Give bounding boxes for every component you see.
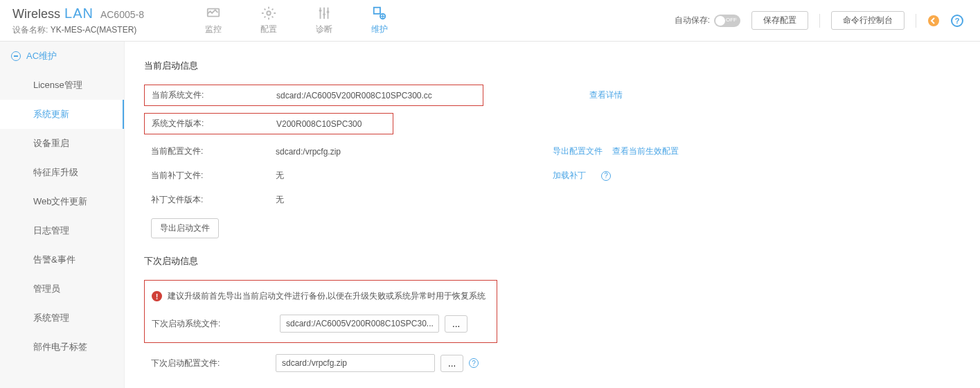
sidebar-item-system-mgmt[interactable]: 系统管理 bbox=[0, 303, 124, 333]
alert-box: ! 建议升级前首先导出当前启动文件进行备份,以便在升级失败或系统异常时用于恢复系… bbox=[144, 280, 497, 343]
label-next-sys-file: 下次启动系统文件: bbox=[152, 318, 280, 330]
svg-point-2 bbox=[319, 10, 322, 12]
label-sys-file-ver: 系统文件版本: bbox=[145, 118, 276, 130]
sidebar-item-license[interactable]: License管理 bbox=[0, 71, 124, 100]
label-cur-patch: 当前补丁文件: bbox=[144, 170, 276, 182]
section-next-startup-title: 下次启动信息 bbox=[144, 255, 961, 267]
value-cur-sys-file: sdcard:/AC6005V200R008C10SPC300.cc bbox=[276, 91, 470, 100]
sidebar-item-web-update[interactable]: Web文件更新 bbox=[0, 187, 124, 216]
header-right: 自动保存: 保存配置 命令行控制台 ? bbox=[675, 11, 980, 30]
nav-label: 维护 bbox=[371, 24, 388, 35]
sidebar-title-text: AC维护 bbox=[26, 50, 57, 62]
tools-icon bbox=[372, 6, 387, 21]
top-nav: 监控 配置 诊断 维护 bbox=[186, 6, 407, 35]
input-next-sys-file[interactable] bbox=[280, 315, 439, 333]
device-name: YK-MES-AC(MASTER) bbox=[51, 25, 137, 35]
device-label: 设备名称: bbox=[12, 25, 48, 35]
sidebar-item-alarm[interactable]: 告警&事件 bbox=[0, 245, 124, 274]
auto-save-label: 自动保存: bbox=[675, 15, 710, 26]
link-load-patch[interactable]: 加载补丁 bbox=[553, 170, 586, 182]
section-current-startup-title: 当前启动信息 bbox=[144, 60, 961, 72]
alert-text: 建议升级前首先导出当前启动文件进行备份,以便在升级失败或系统异常时用于恢复系统 bbox=[168, 290, 485, 302]
gear-icon bbox=[261, 6, 276, 21]
help-icon[interactable]: ? bbox=[601, 171, 611, 181]
sidebar-item-log[interactable]: 日志管理 bbox=[0, 216, 124, 245]
nav-label: 配置 bbox=[260, 24, 277, 35]
logo-model: AC6005-8 bbox=[100, 9, 144, 20]
value-cur-cfg: sdcard:/vrpcfg.zip bbox=[276, 147, 553, 157]
cli-console-button[interactable]: 命令行控制台 bbox=[831, 11, 905, 30]
sidebar-item-signature-upgrade[interactable]: 特征库升级 bbox=[0, 158, 124, 187]
svg-text:?: ? bbox=[955, 17, 960, 25]
input-next-cfg[interactable] bbox=[276, 354, 435, 372]
nav-config[interactable]: 配置 bbox=[241, 6, 296, 35]
highlight-box-sysfile: 当前系统文件: sdcard:/AC6005V200R008C10SPC300.… bbox=[144, 85, 483, 106]
nav-diagnose[interactable]: 诊断 bbox=[296, 6, 352, 35]
nav-monitor[interactable]: 监控 bbox=[186, 6, 241, 35]
monitor-icon bbox=[206, 6, 221, 21]
sliders-icon bbox=[317, 6, 332, 21]
save-config-button[interactable]: 保存配置 bbox=[751, 11, 808, 30]
label-cur-sys-file: 当前系统文件: bbox=[145, 89, 276, 101]
row-next-cfg: 下次启动配置文件: ... ? bbox=[144, 354, 961, 372]
value-sys-file-ver: V200R008C10SPC300 bbox=[276, 119, 380, 129]
logo-block: Wireless LAN AC6005-8 设备名称: YK-MES-AC(MA… bbox=[12, 6, 144, 36]
collapse-icon bbox=[11, 51, 21, 61]
body: AC维护 License管理 系统更新 设备重启 特征库升级 Web文件更新 日… bbox=[0, 42, 980, 388]
value-patch-ver: 无 bbox=[276, 194, 553, 206]
auto-save-toggle[interactable] bbox=[714, 15, 740, 27]
nav-label: 诊断 bbox=[316, 24, 332, 35]
help-icon[interactable]: ? bbox=[469, 358, 479, 368]
link-view-detail[interactable]: 查看详情 bbox=[589, 89, 623, 101]
separator bbox=[819, 14, 820, 28]
separator bbox=[916, 14, 916, 28]
svg-point-7 bbox=[928, 15, 939, 26]
link-export-cfg[interactable]: 导出配置文件 bbox=[553, 146, 603, 157]
sidebar: AC维护 License管理 系统更新 设备重启 特征库升级 Web文件更新 日… bbox=[0, 42, 125, 388]
nav-arrow-icon[interactable] bbox=[927, 15, 940, 27]
nav-label: 监控 bbox=[205, 24, 222, 35]
label-next-cfg: 下次启动配置文件: bbox=[144, 358, 276, 369]
svg-rect-5 bbox=[374, 8, 380, 14]
header: Wireless LAN AC6005-8 设备名称: YK-MES-AC(MA… bbox=[0, 0, 980, 42]
sidebar-title[interactable]: AC维护 bbox=[0, 42, 124, 71]
nav-maintain[interactable]: 维护 bbox=[352, 6, 407, 35]
label-patch-ver: 补丁文件版本: bbox=[144, 194, 276, 206]
value-cur-patch: 无 bbox=[276, 170, 553, 182]
auto-save: 自动保存: bbox=[675, 15, 740, 27]
content: 当前启动信息 当前系统文件: sdcard:/AC6005V200R008C10… bbox=[125, 42, 980, 388]
device-name-line: 设备名称: YK-MES-AC(MASTER) bbox=[12, 24, 144, 36]
label-cur-cfg: 当前配置文件: bbox=[144, 146, 276, 157]
svg-point-4 bbox=[327, 10, 330, 13]
svg-point-1 bbox=[267, 11, 271, 15]
sidebar-item-reboot[interactable]: 设备重启 bbox=[0, 129, 124, 158]
highlight-box-sysver: 系统文件版本: V200R008C10SPC300 bbox=[144, 113, 393, 134]
logo-wireless: Wireless bbox=[12, 7, 60, 21]
browse-button[interactable]: ... bbox=[440, 355, 463, 372]
sidebar-item-admin[interactable]: 管理员 bbox=[0, 274, 124, 303]
help-icon[interactable]: ? bbox=[951, 15, 963, 27]
browse-button[interactable]: ... bbox=[445, 315, 467, 333]
svg-point-3 bbox=[323, 13, 326, 16]
alert-line: ! 建议升级前首先导出当前启动文件进行备份,以便在升级失败或系统异常时用于恢复系… bbox=[152, 290, 490, 302]
sidebar-item-elabel[interactable]: 部件电子标签 bbox=[0, 333, 124, 362]
link-view-effective[interactable]: 查看当前生效配置 bbox=[612, 146, 679, 157]
export-startup-button[interactable]: 导出启动文件 bbox=[151, 218, 219, 238]
sidebar-item-system-update[interactable]: 系统更新 bbox=[0, 100, 124, 129]
logo-lan: LAN bbox=[64, 6, 93, 21]
alert-icon: ! bbox=[152, 291, 162, 301]
